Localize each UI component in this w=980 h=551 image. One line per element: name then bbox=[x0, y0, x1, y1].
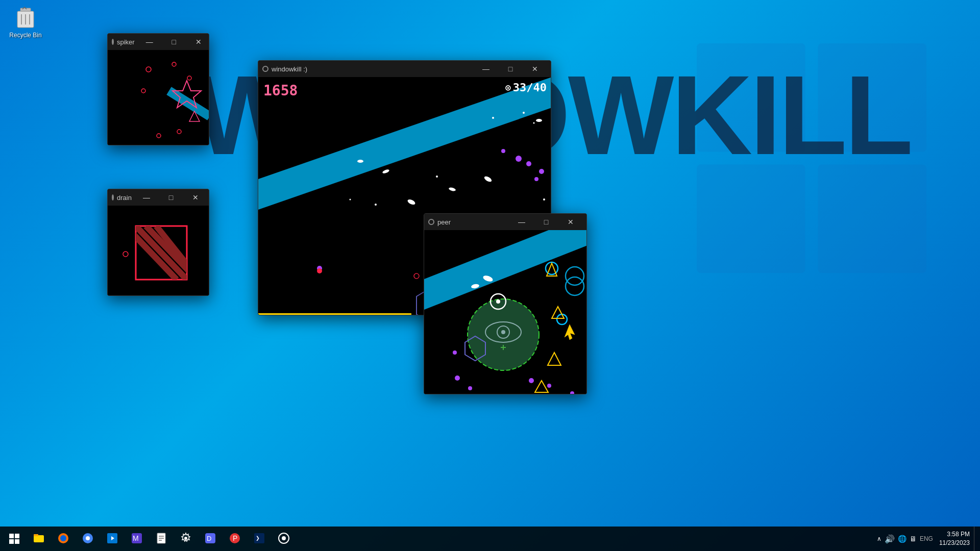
svg-point-51 bbox=[357, 160, 363, 163]
recycle-bin-icon[interactable]: Recycle Bin bbox=[5, 5, 46, 39]
svg-point-59 bbox=[350, 199, 351, 201]
start-button[interactable] bbox=[2, 527, 27, 551]
svg-rect-3 bbox=[818, 165, 927, 273]
drain-close[interactable]: ✕ bbox=[184, 189, 207, 206]
svg-rect-101 bbox=[9, 539, 14, 544]
taskbar-file-explorer[interactable] bbox=[27, 527, 51, 551]
svg-text:P: P bbox=[233, 534, 237, 542]
spiker-title-circle bbox=[112, 39, 114, 45]
svg-point-91 bbox=[468, 386, 472, 390]
main-close[interactable]: ✕ bbox=[523, 61, 547, 77]
svg-point-54 bbox=[492, 117, 494, 119]
spiker-minimize[interactable]: — bbox=[138, 34, 161, 50]
svg-rect-2 bbox=[697, 165, 805, 273]
main-title: windowkill :) bbox=[272, 65, 471, 73]
svg-point-31 bbox=[526, 161, 531, 166]
svg-text:❯: ❯ bbox=[256, 534, 260, 542]
drain-minimize[interactable]: — bbox=[135, 189, 158, 206]
svg-point-33 bbox=[539, 169, 544, 174]
main-titlebar: windowkill :) — □ ✕ bbox=[258, 61, 551, 77]
svg-point-34 bbox=[534, 177, 538, 181]
peer-minimize[interactable]: — bbox=[510, 214, 533, 230]
windows-logo-watermark bbox=[684, 31, 939, 286]
svg-point-95 bbox=[453, 350, 457, 355]
score-display: 1658 bbox=[263, 82, 298, 99]
lives-display: ⊙ 33/40 bbox=[505, 81, 547, 94]
svg-rect-1 bbox=[818, 43, 927, 152]
svg-point-76 bbox=[501, 330, 505, 334]
display-icon[interactable]: 🖥 bbox=[910, 535, 917, 543]
peer-titlebar: peer — □ ✕ bbox=[424, 214, 586, 230]
peer-maximize[interactable]: □ bbox=[534, 214, 558, 230]
taskbar-firefox[interactable] bbox=[51, 527, 76, 551]
drain-maximize[interactable]: □ bbox=[159, 189, 183, 206]
spiker-content bbox=[108, 50, 209, 145]
taskbar-time-display: 3:58 PM bbox=[939, 530, 970, 539]
svg-rect-102 bbox=[15, 539, 19, 544]
svg-rect-100 bbox=[15, 534, 19, 538]
peer-window: peer — □ ✕ bbox=[424, 213, 587, 394]
drain-title: drain bbox=[117, 194, 132, 202]
svg-point-117 bbox=[184, 537, 187, 540]
taskbar-discord[interactable]: D bbox=[198, 527, 223, 551]
svg-point-90 bbox=[455, 375, 460, 381]
svg-point-106 bbox=[60, 535, 66, 541]
taskbar-circle-app[interactable] bbox=[272, 527, 296, 551]
taskbar-chrome[interactable] bbox=[76, 527, 100, 551]
spiker-maximize[interactable]: □ bbox=[162, 34, 186, 50]
spiker-window: spiker — □ ✕ bbox=[107, 33, 209, 145]
drain-title-circle bbox=[112, 194, 114, 201]
taskbar-notepad[interactable] bbox=[149, 527, 174, 551]
svg-point-56 bbox=[533, 122, 535, 124]
svg-point-32 bbox=[501, 149, 505, 153]
svg-point-108 bbox=[86, 536, 90, 540]
main-title-circle bbox=[262, 66, 268, 72]
taskbar-clock[interactable]: 3:58 PM 11/23/2023 bbox=[935, 530, 974, 547]
spiker-title: spiker bbox=[117, 38, 135, 46]
spiker-close[interactable]: ✕ bbox=[187, 34, 209, 50]
svg-text:M: M bbox=[133, 534, 139, 542]
taskbar-python[interactable]: P bbox=[223, 527, 247, 551]
peer-title-circle bbox=[428, 219, 434, 225]
svg-point-69 bbox=[317, 268, 322, 273]
language-icon: ENG bbox=[920, 535, 933, 542]
taskbar-system-icons: ∧ 🔊 🌐 🖥 ENG bbox=[875, 534, 935, 544]
recycle-bin-label: Recycle Bin bbox=[9, 32, 41, 39]
health-bar bbox=[258, 313, 411, 315]
svg-point-58 bbox=[375, 204, 377, 206]
peer-content bbox=[424, 230, 587, 394]
recycle-bin-image bbox=[13, 5, 38, 30]
lives-icon: ⊙ bbox=[505, 82, 511, 93]
taskbar: M D P ❯ ∧ 🔊 🌐 🖥 bbox=[0, 527, 980, 551]
peer-close[interactable]: ✕ bbox=[559, 214, 582, 230]
drain-content bbox=[108, 206, 209, 296]
taskbar-mastodon[interactable]: M bbox=[125, 527, 149, 551]
main-minimize[interactable]: — bbox=[474, 61, 498, 77]
main-maximize[interactable]: □ bbox=[499, 61, 522, 77]
svg-rect-99 bbox=[9, 534, 14, 538]
taskbar-date-display: 11/23/2023 bbox=[939, 539, 970, 547]
svg-point-57 bbox=[436, 176, 438, 178]
lives-count: 33/40 bbox=[513, 81, 547, 94]
svg-point-93 bbox=[547, 384, 551, 388]
svg-rect-0 bbox=[697, 43, 805, 152]
show-desktop-btn[interactable] bbox=[974, 527, 978, 551]
taskbar-icons: M D P ❯ bbox=[27, 527, 875, 551]
drain-titlebar: drain — □ ✕ bbox=[108, 189, 209, 206]
svg-text:D: D bbox=[207, 535, 211, 542]
taskbar-terminal[interactable]: ❯ bbox=[247, 527, 272, 551]
svg-point-92 bbox=[529, 378, 534, 383]
taskbar-settings[interactable] bbox=[174, 527, 198, 551]
drain-window: drain — □ ✕ bbox=[107, 189, 209, 296]
network-icon[interactable]: 🌐 bbox=[898, 535, 906, 543]
svg-point-60 bbox=[543, 198, 545, 201]
peer-title: peer bbox=[437, 218, 507, 226]
svg-point-80 bbox=[496, 299, 500, 304]
svg-point-125 bbox=[282, 536, 286, 540]
svg-rect-104 bbox=[34, 534, 38, 536]
tray-expand-icon[interactable]: ∧ bbox=[877, 535, 881, 542]
taskbar-media[interactable] bbox=[100, 527, 125, 551]
volume-icon[interactable]: 🔊 bbox=[885, 534, 895, 544]
spiker-titlebar: spiker — □ ✕ bbox=[108, 34, 209, 50]
svg-point-55 bbox=[523, 112, 525, 114]
